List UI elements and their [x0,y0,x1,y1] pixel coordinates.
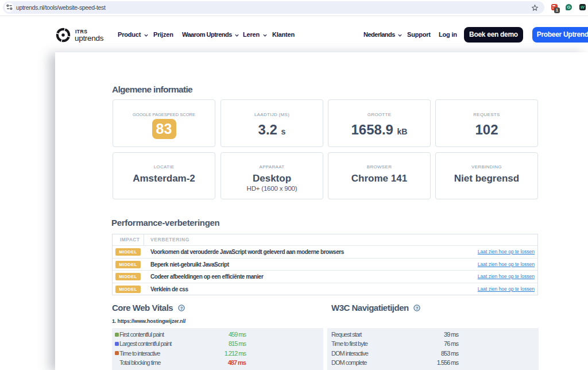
svg-text:?: ? [180,306,183,311]
svg-text:?: ? [416,306,418,311]
